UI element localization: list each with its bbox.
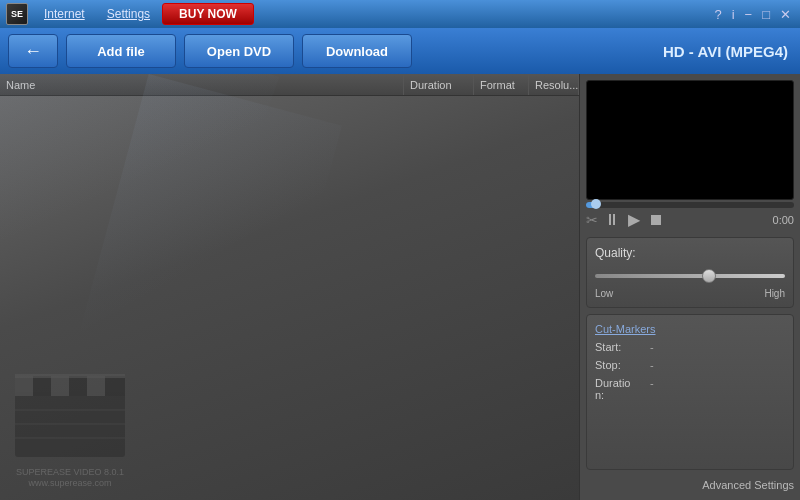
quality-low-label: Low xyxy=(595,288,613,299)
stop-marker-row: Stop: - xyxy=(595,359,785,371)
maximize-button[interactable]: □ xyxy=(759,7,773,22)
stop-label: Stop: xyxy=(595,359,650,371)
cut-markers-title: Cut-Markers xyxy=(595,323,785,335)
file-list-body: SUPEREASE VIDEO 8.0.1www.superease.com xyxy=(0,96,579,500)
svg-rect-6 xyxy=(33,376,51,396)
svg-rect-10 xyxy=(105,376,125,396)
file-list-header: Name Duration Format Resolu... xyxy=(0,74,579,96)
window-controls: ? i − □ ✕ xyxy=(711,7,794,22)
svg-rect-11 xyxy=(15,374,125,378)
minimize-button[interactable]: − xyxy=(742,7,756,22)
right-panel: ✂ ⏸ ▶ ⏹ 0:00 Quality: Low High Cut-Marke… xyxy=(580,74,800,500)
file-panel: Name Duration Format Resolu... xyxy=(0,74,580,500)
nav-settings[interactable]: Settings xyxy=(97,5,160,23)
quality-track xyxy=(595,274,785,278)
start-marker-row: Start: - xyxy=(595,341,785,353)
app-logo: SE xyxy=(6,3,28,25)
nav-internet[interactable]: Internet xyxy=(34,5,95,23)
format-label: HD - AVI (MPEG4) xyxy=(663,43,792,60)
close-button[interactable]: ✕ xyxy=(777,7,794,22)
column-format: Format xyxy=(474,74,529,95)
quality-high-label: High xyxy=(764,288,785,299)
quality-range-labels: Low High xyxy=(595,288,785,299)
duration-marker-row: Duration: - xyxy=(595,377,785,401)
cut-markers-panel: Cut-Markers Start: - Stop: - Duration: - xyxy=(586,314,794,470)
advanced-settings: Advanced Settings xyxy=(586,476,794,494)
quality-panel: Quality: Low High xyxy=(586,237,794,308)
start-label: Start: xyxy=(595,341,650,353)
video-preview xyxy=(586,80,794,200)
playback-controls: ✂ ⏸ ▶ ⏹ 0:00 xyxy=(586,208,794,231)
play-button[interactable]: ▶ xyxy=(626,210,642,229)
advanced-settings-link[interactable]: Advanced Settings xyxy=(702,479,794,491)
duration-value: - xyxy=(650,377,654,389)
toolbar: ← Add file Open DVD Download HD - AVI (M… xyxy=(0,28,800,74)
main-area: Name Duration Format Resolu... xyxy=(0,74,800,500)
stop-button[interactable]: ⏹ xyxy=(646,211,666,229)
svg-rect-5 xyxy=(15,376,33,396)
pause-button[interactable]: ⏸ xyxy=(602,211,622,229)
progress-bar[interactable] xyxy=(586,202,794,208)
help-button[interactable]: ? xyxy=(711,7,724,22)
svg-rect-8 xyxy=(69,376,87,396)
column-duration: Duration xyxy=(404,74,474,95)
stop-value: - xyxy=(650,359,654,371)
add-file-button[interactable]: Add file xyxy=(66,34,176,68)
start-value: - xyxy=(650,341,654,353)
download-button[interactable]: Download xyxy=(302,34,412,68)
back-button[interactable]: ← xyxy=(8,34,58,68)
nav-menu: Internet Settings BUY NOW xyxy=(34,3,705,25)
duration-label: Duration: xyxy=(595,377,650,401)
svg-rect-9 xyxy=(87,376,105,396)
watermark-clapper: SUPEREASE VIDEO 8.0.1www.superease.com xyxy=(10,362,130,490)
quality-thumb[interactable] xyxy=(702,269,716,283)
video-preview-container: ✂ ⏸ ▶ ⏹ 0:00 xyxy=(586,80,794,231)
column-resolution: Resolu... xyxy=(529,74,579,95)
quality-label: Quality: xyxy=(595,246,785,260)
open-dvd-button[interactable]: Open DVD xyxy=(184,34,294,68)
title-bar: SE Internet Settings BUY NOW ? i − □ ✕ xyxy=(0,0,800,28)
svg-rect-7 xyxy=(51,376,69,396)
progress-thumb[interactable] xyxy=(591,199,601,209)
quality-slider[interactable] xyxy=(595,266,785,286)
info-button[interactable]: i xyxy=(729,7,738,22)
buy-now-button[interactable]: BUY NOW xyxy=(162,3,254,25)
column-name: Name xyxy=(0,74,404,95)
time-display: 0:00 xyxy=(773,214,794,226)
scissors-icon[interactable]: ✂ xyxy=(586,212,598,228)
